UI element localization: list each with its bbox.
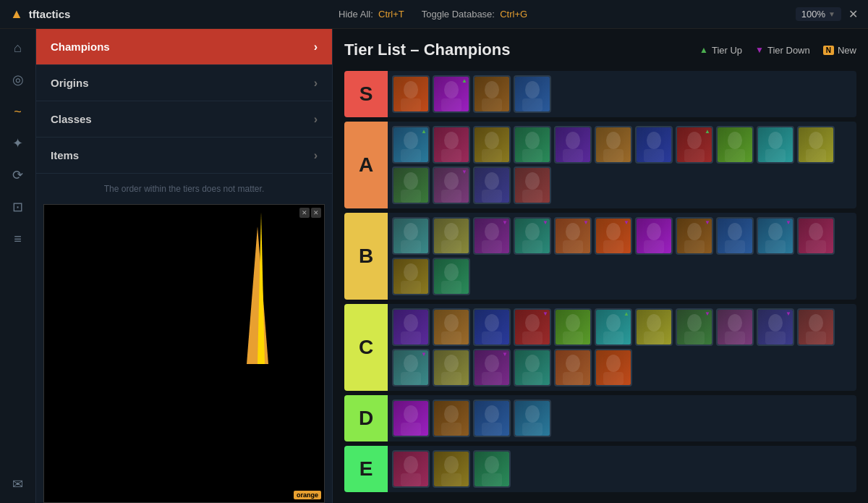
svg-rect-99 xyxy=(401,423,421,436)
svg-rect-55 xyxy=(725,240,745,253)
champion-card[interactable] xyxy=(595,126,632,164)
chart-icon[interactable]: ~ xyxy=(8,101,28,122)
svg-rect-11 xyxy=(441,149,461,162)
ad-close-x2-icon[interactable]: ✕ xyxy=(311,208,321,218)
champion-card[interactable]: ▲ xyxy=(433,75,470,113)
ad-label: orange xyxy=(294,491,321,499)
nav-item-items[interactable]: Items › xyxy=(36,138,332,174)
search-db-icon[interactable]: ⊡ xyxy=(8,197,28,217)
champion-card[interactable] xyxy=(797,217,835,255)
nav-item-origins[interactable]: Origins › xyxy=(36,65,332,101)
champion-card[interactable] xyxy=(473,308,511,346)
star-icon[interactable]: ✦ xyxy=(8,133,28,153)
champion-card[interactable] xyxy=(595,349,632,386)
champion-card[interactable] xyxy=(433,450,470,488)
champion-card[interactable] xyxy=(392,75,430,113)
nav-items-label: Items xyxy=(51,149,79,161)
svg-point-98 xyxy=(404,405,418,423)
target-icon[interactable]: ◎ xyxy=(8,69,28,90)
close-button[interactable]: ✕ xyxy=(848,7,858,21)
svg-point-24 xyxy=(728,132,742,149)
champion-card[interactable] xyxy=(392,166,430,204)
notes-icon[interactable]: ≡ xyxy=(8,229,28,249)
champion-card[interactable] xyxy=(757,126,794,164)
champion-card[interactable]: ▲ xyxy=(676,126,713,164)
champion-card[interactable]: ▼ xyxy=(392,349,430,386)
zoom-control[interactable]: 100% ▼ xyxy=(796,7,841,21)
svg-rect-83 xyxy=(765,331,786,345)
tier-champions-c: ▼ ▲ ▼ ▼ xyxy=(388,304,856,391)
champion-card[interactable] xyxy=(433,217,470,255)
nav-item-classes[interactable]: Classes › xyxy=(36,101,332,138)
champion-card[interactable] xyxy=(392,258,430,295)
champion-card[interactable] xyxy=(473,450,511,488)
champion-portrait xyxy=(434,310,469,345)
champion-card[interactable] xyxy=(514,400,551,437)
champion-card[interactable] xyxy=(473,75,511,113)
svg-rect-39 xyxy=(401,240,421,253)
champion-card[interactable] xyxy=(554,126,592,164)
home-icon[interactable]: ⌂ xyxy=(8,38,28,58)
champion-card[interactable] xyxy=(392,450,430,488)
champion-card[interactable]: ▼ xyxy=(757,308,794,346)
svg-point-14 xyxy=(525,132,540,149)
champion-card[interactable] xyxy=(514,126,551,164)
hide-all-shortcut: Hide All: Ctrl+T xyxy=(339,9,404,20)
champion-card[interactable]: ▼ xyxy=(554,217,592,255)
champion-card[interactable]: ▼ xyxy=(514,308,551,346)
champion-portrait xyxy=(434,259,469,294)
champion-card[interactable] xyxy=(554,308,592,346)
champion-portrait xyxy=(718,127,752,162)
mail-icon[interactable]: ✉ xyxy=(8,474,28,494)
svg-rect-9 xyxy=(401,149,421,162)
champion-card[interactable] xyxy=(473,166,511,204)
svg-rect-53 xyxy=(684,240,705,253)
champion-card[interactable]: ▲ xyxy=(595,308,632,346)
svg-rect-43 xyxy=(482,240,502,253)
champion-card[interactable] xyxy=(473,126,511,164)
champion-card[interactable] xyxy=(514,75,551,113)
champion-card[interactable] xyxy=(514,166,551,204)
champion-card[interactable] xyxy=(433,349,470,386)
champion-card[interactable] xyxy=(797,308,835,346)
champion-card[interactable]: ▼ xyxy=(473,217,511,255)
champion-card[interactable]: ▼ xyxy=(514,217,551,255)
champion-card[interactable] xyxy=(473,400,511,437)
champion-card[interactable] xyxy=(514,349,551,386)
champion-card[interactable] xyxy=(392,400,430,437)
champion-card[interactable]: ▼ xyxy=(676,308,713,346)
champion-card[interactable] xyxy=(635,217,673,255)
champion-card[interactable]: ▼ xyxy=(757,217,794,255)
champion-card[interactable] xyxy=(716,308,754,346)
champion-card[interactable] xyxy=(554,349,592,386)
legend-tier-up: ▲ Tier Up xyxy=(699,45,742,56)
champion-card[interactable] xyxy=(392,308,430,346)
champion-card[interactable]: ▼ xyxy=(676,217,713,255)
champion-card[interactable] xyxy=(797,126,835,164)
champion-card[interactable] xyxy=(433,126,470,164)
champion-portrait xyxy=(596,127,631,162)
champion-card[interactable]: ▼ xyxy=(473,349,511,386)
tier-champions-a: ▲ ▲ xyxy=(388,122,856,208)
svg-point-56 xyxy=(768,223,783,240)
svg-point-6 xyxy=(525,81,540,98)
nav-item-champions[interactable]: Champions › xyxy=(36,29,332,65)
champion-card[interactable]: ▲ xyxy=(392,126,430,164)
ad-close-x-icon[interactable]: ✕ xyxy=(299,208,310,218)
champion-card[interactable] xyxy=(433,400,470,437)
champion-card[interactable] xyxy=(716,217,754,255)
champion-card[interactable] xyxy=(433,258,470,295)
svg-point-92 xyxy=(525,355,540,372)
champion-card[interactable] xyxy=(433,308,470,346)
champion-card[interactable] xyxy=(635,308,673,346)
champion-card[interactable] xyxy=(392,217,430,255)
svg-point-38 xyxy=(404,223,418,240)
champion-card[interactable] xyxy=(716,126,754,164)
champion-card[interactable] xyxy=(635,126,673,164)
champion-card[interactable]: ▼ xyxy=(595,217,632,255)
history-icon[interactable]: ⟳ xyxy=(8,165,28,185)
champion-portrait xyxy=(475,452,509,486)
svg-point-82 xyxy=(768,314,783,331)
logo-icon: ▲ xyxy=(10,7,23,22)
champion-card[interactable]: ▼ xyxy=(433,166,470,204)
